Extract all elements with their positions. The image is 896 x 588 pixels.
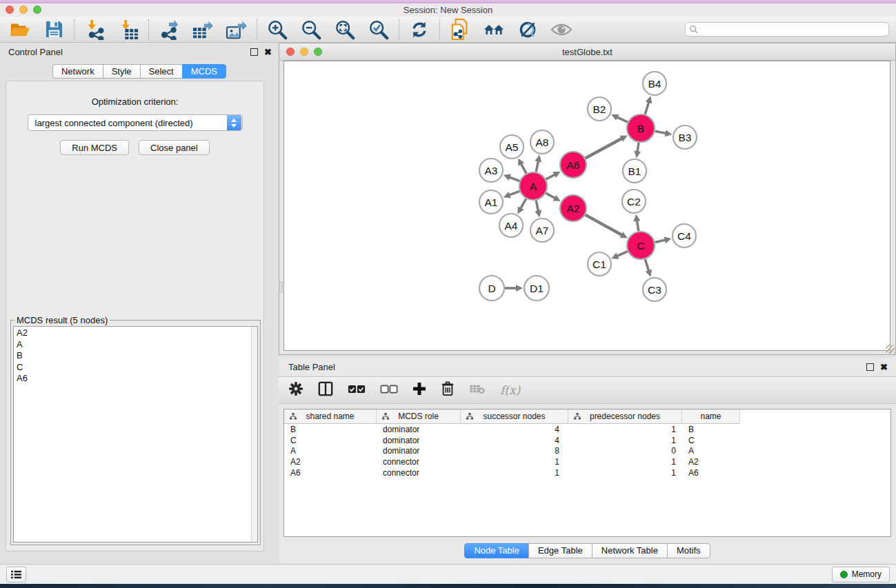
- zoom-selected-icon[interactable]: [368, 19, 390, 40]
- table-cell[interactable]: connector: [377, 457, 461, 467]
- graph-edge-B-B3[interactable]: [655, 131, 667, 133]
- refresh-icon[interactable]: [408, 19, 430, 40]
- run-mcds-button[interactable]: Run MCDS: [60, 140, 129, 155]
- function-builder-icon[interactable]: f(x): [500, 383, 520, 397]
- graph-edge-A-A1[interactable]: [508, 191, 519, 195]
- show-hidden-eye-icon[interactable]: [550, 19, 573, 40]
- table-cell[interactable]: B: [682, 425, 740, 434]
- import-table-icon[interactable]: [117, 19, 139, 40]
- close-network-button[interactable]: [286, 48, 295, 56]
- delete-column-trash-icon[interactable]: [441, 381, 455, 399]
- result-item[interactable]: A: [14, 338, 257, 350]
- memory-button[interactable]: Memory: [832, 567, 890, 582]
- node-table[interactable]: shared nameMCDS rolesuccessor nodesprede…: [283, 409, 891, 537]
- table-cell[interactable]: C: [682, 436, 740, 445]
- graph-edge-A-A2[interactable]: [546, 193, 555, 199]
- network-canvas[interactable]: B4B2BB3A8A5A6A3B1AA1C2A2A4A7C4CC1DD1C3: [283, 61, 890, 351]
- table-cell[interactable]: A: [682, 446, 740, 456]
- tab-network[interactable]: Network: [52, 64, 103, 79]
- maximize-window-button[interactable]: [33, 6, 41, 14]
- export-image-icon[interactable]: [226, 19, 248, 40]
- table-cell[interactable]: 1: [568, 425, 682, 434]
- column-header-shared-name[interactable]: shared name: [284, 409, 377, 424]
- export-table-icon[interactable]: [192, 19, 214, 40]
- close-table-panel-icon[interactable]: ✖: [880, 363, 888, 371]
- graph-edge-C-C1[interactable]: [617, 252, 628, 256]
- zoom-in-icon[interactable]: [266, 19, 288, 40]
- tab-node-table[interactable]: Node Table: [464, 543, 529, 558]
- table-cell[interactable]: C: [284, 436, 377, 445]
- graph-edge-A6-B[interactable]: [586, 138, 623, 158]
- table-cell[interactable]: 1: [568, 457, 682, 467]
- table-cell[interactable]: dominator: [377, 436, 461, 445]
- graph-edge-B-B2[interactable]: [616, 116, 628, 122]
- table-cell[interactable]: 1: [568, 468, 682, 478]
- zoom-fit-icon[interactable]: [334, 19, 356, 40]
- splitter-grip[interactable]: [279, 281, 283, 292]
- hide-selected-icon[interactable]: [517, 19, 539, 40]
- table-row[interactable]: A2connector11A2: [284, 456, 890, 467]
- graph-edge-C-C2[interactable]: [637, 220, 639, 232]
- table-cell[interactable]: 0: [568, 446, 682, 456]
- tab-network-table[interactable]: Network Table: [592, 543, 668, 558]
- table-cell[interactable]: dominator: [377, 425, 461, 434]
- table-cell[interactable]: A6: [284, 468, 377, 478]
- table-cell[interactable]: 4: [461, 436, 568, 445]
- table-options-gear-icon[interactable]: [288, 381, 303, 399]
- table-cell[interactable]: A: [284, 446, 377, 456]
- zoom-out-icon[interactable]: [300, 19, 322, 40]
- tab-motifs[interactable]: Motifs: [667, 543, 710, 558]
- result-item[interactable]: B: [14, 349, 257, 361]
- deselect-all-checks-icon[interactable]: [380, 384, 398, 396]
- graph-edge-A-A8[interactable]: [536, 160, 538, 172]
- criterion-dropdown[interactable]: largest connected component (directed): [28, 114, 243, 131]
- float-panel-icon[interactable]: [250, 48, 258, 56]
- table-cell[interactable]: B: [284, 425, 377, 434]
- save-session-icon[interactable]: [43, 19, 65, 40]
- table-cell[interactable]: dominator: [377, 446, 461, 456]
- window-resize-grip[interactable]: [886, 345, 895, 354]
- export-network-icon[interactable]: [158, 19, 180, 40]
- new-network-from-selection-icon[interactable]: [449, 19, 471, 40]
- table-cell[interactable]: 1: [568, 436, 682, 445]
- graph-edge-A-A3[interactable]: [508, 177, 519, 181]
- result-item[interactable]: C: [14, 361, 257, 373]
- result-item[interactable]: A6: [14, 372, 257, 384]
- graph-edge-A-A6[interactable]: [546, 174, 556, 179]
- table-cell[interactable]: A2: [682, 457, 740, 467]
- result-item[interactable]: A2: [14, 327, 257, 338]
- table-cell[interactable]: 1: [461, 457, 568, 467]
- first-neighbors-icon[interactable]: [483, 19, 505, 40]
- table-row[interactable]: Adominator80A: [284, 446, 890, 457]
- tab-edge-table[interactable]: Edge Table: [528, 543, 593, 558]
- close-panel-button[interactable]: Close panel: [139, 140, 210, 155]
- table-cell[interactable]: connector: [377, 468, 461, 478]
- graph-edge-C-C4[interactable]: [655, 240, 666, 243]
- show-column-icon[interactable]: [318, 381, 333, 399]
- graph-edge-C-C3[interactable]: [645, 259, 649, 272]
- float-table-panel-icon[interactable]: [866, 363, 874, 371]
- graph-edge-A-A5[interactable]: [521, 163, 526, 174]
- table-cell[interactable]: 8: [461, 446, 568, 456]
- mcds-result-list[interactable]: A2ABCA6: [13, 326, 258, 543]
- graph-edge-A-A7[interactable]: [536, 201, 538, 212]
- graph-edge-A2-C[interactable]: [586, 215, 623, 236]
- graph-edge-B-B4[interactable]: [645, 101, 649, 114]
- table-row[interactable]: Cdominator41C: [284, 435, 890, 446]
- network-window-titlebar[interactable]: testGlobe.txt: [279, 43, 895, 61]
- open-session-icon[interactable]: [9, 19, 31, 40]
- search-input[interactable]: [701, 25, 885, 34]
- import-network-icon[interactable]: [83, 19, 106, 40]
- delete-table-icon[interactable]: [469, 383, 486, 397]
- column-header-successor-nodes[interactable]: successor nodes: [461, 409, 568, 424]
- column-header-predecessor-nodes[interactable]: predecessor nodes: [568, 409, 682, 424]
- result-scrollbar[interactable]: [251, 327, 257, 542]
- graph-edge-A-A4[interactable]: [520, 199, 526, 209]
- table-cell[interactable]: 1: [461, 468, 568, 478]
- minimize-window-button[interactable]: [19, 6, 28, 14]
- column-header-name[interactable]: name: [682, 409, 740, 424]
- table-cell[interactable]: 4: [461, 425, 568, 434]
- show-task-history-button[interactable]: [6, 567, 26, 582]
- table-row[interactable]: A6connector11A6: [284, 467, 890, 478]
- add-column-icon[interactable]: [412, 382, 426, 398]
